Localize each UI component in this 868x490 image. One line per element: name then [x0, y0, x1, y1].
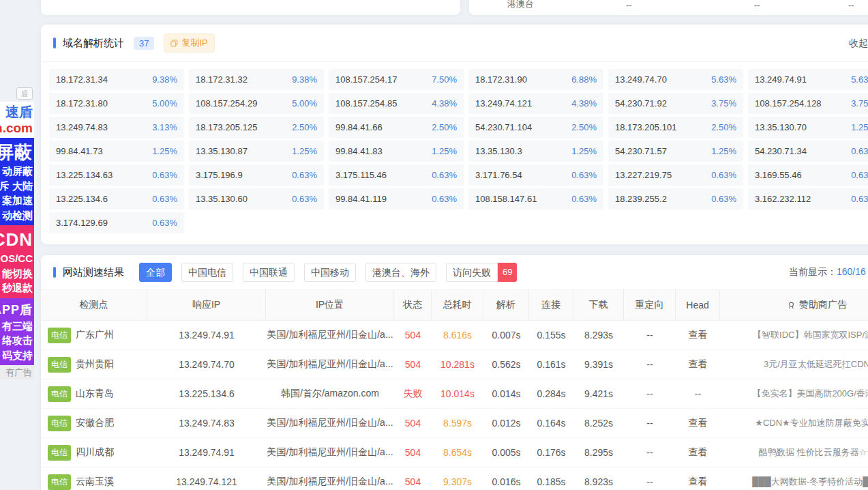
ip-percent: 6.88%	[571, 74, 597, 85]
response-ip: 13.249.74.91	[147, 438, 266, 467]
ad-text: 案加速	[2, 193, 33, 208]
total-time: 8.654s	[432, 438, 483, 467]
ad-text: 动屏蔽	[2, 164, 33, 179]
tab-访问失败[interactable]: 访问失败	[446, 263, 498, 282]
tab-group: 全部	[139, 263, 172, 282]
partial-row-value: --	[754, 0, 760, 10]
ip-cell: 99.84.41.662.50%	[329, 117, 464, 138]
ip-address: 99.84.41.119	[335, 194, 387, 204]
ip-cell: 13.225.134.630.63%	[49, 164, 184, 186]
section-accent-bar	[53, 267, 56, 278]
column-header: Head	[676, 290, 720, 320]
column-header: 状态	[394, 290, 432, 320]
sponsor-ad-link[interactable]: 【智联IDC】韩国家宽双ISP/游...	[720, 321, 868, 349]
ip-address: 13.249.74.91	[755, 74, 807, 85]
sponsor-ad-link[interactable]: ███大网数据-冬季特价活动███	[720, 467, 868, 490]
ip-cell: 13.35.130.600.63%	[189, 188, 324, 210]
status-value: 504	[394, 409, 432, 437]
dns-time: 0.014s	[483, 379, 529, 408]
sponsor-ad-link[interactable]: 3元/月亚太低延迟死扛CDN	[720, 350, 868, 379]
collapse-link[interactable]: 收起	[849, 38, 868, 50]
head-view-link[interactable]: 查看	[676, 409, 720, 437]
dns-time: 0.562s	[483, 350, 529, 379]
head-view-link[interactable]: 查看	[676, 467, 720, 490]
ip-address: 54.230.71.34	[755, 146, 807, 156]
node-name: 云南玉溪	[76, 476, 114, 488]
ip-percent: 0.63%	[432, 170, 457, 180]
ip-percent: 9.38%	[292, 74, 317, 85]
head-view-link[interactable]: 查看	[676, 350, 720, 379]
ad-text: 秒退款	[2, 280, 33, 296]
ip-location: 美国/加利福尼亚州/旧金山/a...	[266, 321, 394, 349]
head-view-link[interactable]: 查看	[676, 321, 720, 349]
ip-percent: 5.63%	[851, 74, 868, 85]
response-ip: 13.249.74.70	[147, 350, 266, 379]
ip-percent: 0.63%	[851, 146, 868, 156]
redirect-value: --	[624, 438, 676, 467]
result-tabs: 全部中国电信中国联通中国移动港澳台、海外访问失败69	[139, 263, 526, 282]
ip-address: 54.230.71.104	[475, 122, 532, 132]
redirect-value: --	[624, 379, 676, 408]
partial-row-value: --	[848, 0, 854, 10]
ip-percent: 3.75%	[851, 98, 868, 109]
side-ad-banner[interactable]: 盾 速盾 n.com 屏蔽 动屏蔽 斥 大陆 案加速 动检测 CDN DOS/C…	[0, 87, 34, 379]
ip-percent: 7.50%	[432, 74, 457, 85]
copy-icon	[170, 40, 178, 47]
ip-percent: 0.63%	[851, 194, 868, 204]
ip-cell: 13.35.130.701.25%	[748, 117, 868, 138]
ip-address: 13.249.74.121	[475, 98, 532, 109]
ip-percent: 4.38%	[432, 98, 457, 109]
ip-address: 18.172.31.90	[475, 74, 527, 85]
connect-time: 0.176s	[529, 438, 573, 467]
response-ip: 13.249.74.121	[147, 467, 266, 490]
download-time: 8.923s	[573, 467, 624, 490]
tab-group: 中国联通	[243, 263, 295, 282]
tab-中国移动[interactable]: 中国移动	[304, 263, 356, 282]
table-row: 电信贵州贵阳13.249.74.70美国/加利福尼亚州/旧金山/a...5041…	[41, 350, 868, 379]
table-header: 检测点响应IPIP位置状态总耗时解析连接下载重定向Head赞助商广告	[41, 289, 868, 321]
sponsor-ad-link[interactable]: 酷鸭数据 性价比云服务器☆★	[720, 438, 868, 467]
tab-全部[interactable]: 全部	[139, 263, 172, 282]
copy-ip-label: 复制IP	[181, 37, 207, 49]
partial-card-top-right: 港澳台 -- -- --	[469, 0, 868, 15]
sponsor-ad-link[interactable]: 【免实名】美国高防200G/香港...	[720, 379, 868, 408]
ad-purple-block[interactable]: APP盾 有三端 络攻击 码支持	[0, 298, 34, 366]
head-view-link[interactable]: 查看	[676, 438, 720, 467]
node-cell: 电信安徽合肥	[41, 409, 147, 437]
ip-percent: 0.63%	[432, 194, 457, 204]
ip-address: 3.175.196.9	[196, 170, 243, 180]
isp-badge: 电信	[48, 357, 71, 373]
tab-中国联通[interactable]: 中国联通	[243, 263, 295, 282]
ip-percent: 3.13%	[152, 122, 177, 132]
isp-badge: 电信	[48, 474, 71, 490]
tab-港澳台、海外[interactable]: 港澳台、海外	[365, 263, 436, 282]
ad-pink-block[interactable]: CDN DOS/CC 能切换 秒退款	[0, 225, 34, 298]
ad-blue-block[interactable]: 屏蔽 动屏蔽 斥 大陆 案加速 动检测	[0, 138, 34, 225]
node-cell: 电信贵州贵阳	[41, 350, 147, 379]
ip-location: 美国/加利福尼亚州/旧金山/a...	[266, 438, 394, 467]
node-name: 广东广州	[76, 329, 114, 341]
total-time: 10.281s	[432, 350, 483, 379]
ad-text: 络攻击	[2, 333, 33, 348]
ip-percent: 1.25%	[152, 146, 177, 156]
ad-logo-block[interactable]: 速盾 n.com	[0, 102, 34, 138]
ip-percent: 2.50%	[571, 122, 597, 132]
table-row: 电信云南玉溪13.249.74.121美国/加利福尼亚州/旧金山/a...504…	[41, 467, 868, 490]
copy-ip-button[interactable]: 复制IP	[164, 33, 214, 53]
column-header: 连接	[529, 290, 573, 320]
ip-address: 99.84.41.83	[335, 146, 383, 156]
column-header: 重定向	[624, 290, 676, 320]
status-value: 504	[394, 321, 432, 349]
partial-card-top-left	[41, 0, 460, 15]
ip-address: 3.174.129.69	[56, 218, 108, 228]
table-row: 电信广东广州13.249.74.91美国/加利福尼亚州/旧金山/a...5048…	[41, 321, 868, 350]
column-header: 解析	[483, 290, 529, 320]
ip-percent: 0.63%	[292, 170, 317, 180]
ip-location: 美国/加利福尼亚州/旧金山/a...	[266, 467, 394, 490]
table-row: 电信山东青岛13.225.134.6韩国/首尔/amazon.com失败10.0…	[41, 379, 868, 409]
ip-percent: 0.63%	[851, 170, 868, 180]
partial-row-label: 港澳台	[507, 0, 534, 10]
sponsor-ad-link[interactable]: ★CDN★专业加速防屏蔽免实名	[720, 409, 868, 437]
tab-中国电信[interactable]: 中国电信	[181, 263, 233, 282]
total-time: 8.616s	[432, 321, 483, 349]
